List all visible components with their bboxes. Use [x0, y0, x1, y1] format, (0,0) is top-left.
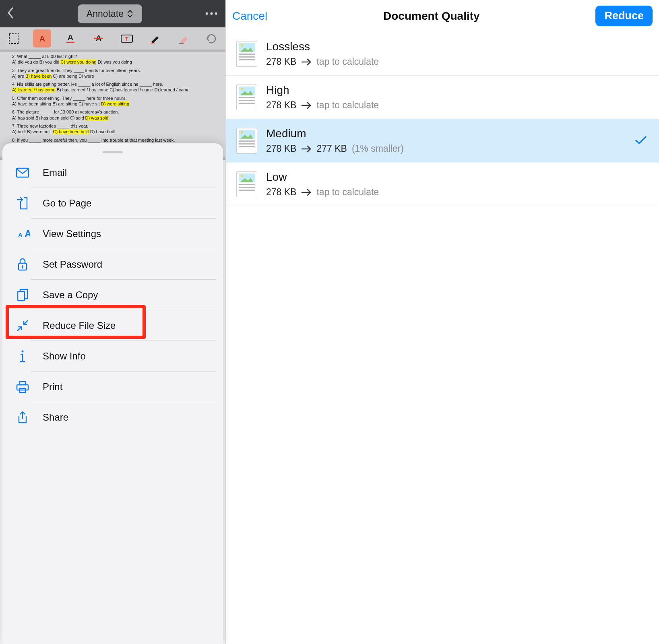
svg-rect-15	[18, 291, 25, 301]
quality-option-lossless[interactable]: Lossless278 KBtap to calculate	[226, 32, 659, 76]
document-page: 2. What _____ at 8.00 last night? A) did…	[0, 52, 225, 157]
doc-text: A) learned / has come B) has learned / h…	[12, 87, 213, 93]
menu-print[interactable]: Print	[2, 372, 223, 402]
undo-button[interactable]	[202, 29, 221, 47]
strikethrough-tool[interactable]: A	[89, 29, 107, 47]
quality-title: Document Quality	[383, 10, 480, 23]
svg-rect-21	[20, 382, 25, 385]
action-menu: Email Go to Page AA View Settings	[2, 157, 223, 433]
doc-text: 7. Three new factories _____ this year.	[12, 123, 213, 129]
quality-name: Medium	[266, 127, 404, 140]
original-size: 278 KB	[266, 143, 296, 154]
original-size: 278 KB	[266, 100, 296, 111]
arrow-right-icon	[301, 145, 312, 153]
quality-list: Lossless278 KBtap to calculateHigh278 KB…	[226, 32, 659, 206]
svg-rect-0	[9, 34, 19, 43]
quality-text: Lossless278 KBtap to calculate	[266, 40, 379, 67]
back-button[interactable]	[6, 7, 14, 21]
arrow-right-icon	[301, 58, 312, 66]
quality-text: Medium278 KB277 KB(1% smaller)	[266, 127, 404, 154]
doc-text: 6. The picture _____ for £3.000 at yeste…	[12, 109, 213, 115]
tap-to-calculate: tap to calculate	[316, 100, 379, 111]
doc-text: A) built B) were built C) have been buil…	[12, 129, 213, 134]
menu-view-settings[interactable]: AA View Settings	[2, 219, 223, 249]
doc-text: A) have been sitting B) are sitting C) h…	[12, 101, 213, 107]
reduce-button[interactable]: Reduce	[595, 6, 653, 26]
menu-set-password[interactable]: Set Password	[2, 249, 223, 280]
cancel-button[interactable]: Cancel	[232, 10, 267, 23]
svg-rect-8	[151, 43, 155, 43]
copy-icon	[14, 288, 31, 302]
more-button[interactable]: •••	[205, 8, 219, 19]
eraser-tool[interactable]	[174, 29, 192, 47]
doc-text: A) are B) have been C) are being D) were	[12, 73, 213, 79]
menu-email[interactable]: Email	[2, 157, 223, 188]
document-thumb-icon	[236, 85, 257, 110]
quality-size-row: 278 KB277 KB(1% smaller)	[266, 143, 404, 154]
menu-label: Share	[43, 412, 68, 423]
menu-label: Email	[43, 167, 67, 178]
goto-page-icon	[14, 196, 31, 210]
action-sheet: Email Go to Page AA View Settings	[2, 143, 223, 644]
lock-icon	[14, 258, 31, 271]
right-panel: Cancel Document Quality Reduce Lossless2…	[225, 0, 659, 644]
quality-text: High278 KBtap to calculate	[266, 84, 379, 111]
menu-show-info[interactable]: Show Info	[2, 341, 223, 372]
quality-option-high[interactable]: High278 KBtap to calculate	[226, 76, 659, 119]
quality-name: High	[266, 84, 379, 97]
original-size: 278 KB	[266, 56, 296, 67]
doc-text: 5. Offer them something. They _____ here…	[12, 95, 213, 101]
sheet-grabber[interactable]	[103, 151, 123, 153]
print-icon	[14, 380, 31, 393]
svg-point-16	[22, 351, 24, 353]
menu-goto-page[interactable]: Go to Page	[2, 188, 223, 219]
quality-size-row: 278 KBtap to calculate	[266, 100, 379, 111]
underline-tool[interactable]: A	[61, 29, 79, 47]
left-panel: Annotate ••• A A A T	[0, 0, 225, 644]
quality-name: Low	[266, 171, 379, 184]
highlight-annotation	[6, 305, 146, 339]
quality-size-row: 278 KBtap to calculate	[266, 56, 379, 67]
doc-text: 3. They are great friends. They ____ fri…	[12, 68, 213, 73]
quality-text: Low278 KBtap to calculate	[266, 171, 379, 198]
doc-text: 4. His skills are getting better. He ___…	[12, 81, 213, 87]
mode-label: Annotate	[87, 8, 124, 19]
menu-label: View Settings	[43, 228, 101, 239]
document-thumb-icon	[236, 171, 257, 197]
svg-text:A: A	[39, 34, 45, 43]
reduced-size: 277 KB	[316, 143, 347, 154]
svg-text:A: A	[18, 231, 23, 238]
doc-text: 8. If you _____ more careful then, you _…	[12, 137, 213, 143]
document-thumb-icon	[236, 41, 257, 67]
doc-text: 2. What _____ at 8.00 last night?	[12, 54, 213, 59]
quality-name: Lossless	[266, 40, 379, 53]
mode-selector[interactable]: Annotate	[78, 4, 142, 23]
chevron-updown-icon	[127, 9, 133, 18]
svg-text:T: T	[125, 36, 128, 42]
textbox-tool[interactable]: T	[118, 29, 136, 47]
doc-text: A) did you do B) you did C) were you doi…	[12, 59, 213, 65]
tap-to-calculate: tap to calculate	[316, 56, 379, 67]
reduction-percent: (1% smaller)	[352, 143, 404, 154]
quality-option-medium[interactable]: Medium278 KB277 KB(1% smaller)	[226, 119, 659, 163]
arrow-right-icon	[301, 101, 312, 109]
menu-label: Go to Page	[43, 198, 91, 209]
quality-option-low[interactable]: Low278 KBtap to calculate	[226, 163, 659, 206]
document-thumb-icon	[236, 128, 257, 154]
share-icon	[14, 411, 31, 424]
quality-size-row: 278 KBtap to calculate	[266, 187, 379, 198]
annotate-topbar: Annotate •••	[0, 0, 225, 27]
view-settings-icon: AA	[14, 228, 31, 239]
select-tool[interactable]	[5, 29, 23, 47]
highlight-text-tool[interactable]: A	[33, 29, 51, 47]
quality-header: Cancel Document Quality Reduce	[226, 0, 659, 32]
info-icon	[14, 349, 31, 363]
svg-text:A: A	[68, 33, 73, 42]
annotate-toolbar: A A A T	[0, 27, 225, 50]
svg-text:A: A	[25, 228, 30, 239]
marker-tool[interactable]	[146, 29, 164, 47]
original-size: 278 KB	[266, 187, 296, 198]
email-icon	[14, 167, 31, 178]
menu-share[interactable]: Share	[2, 402, 223, 433]
arrow-right-icon	[301, 188, 312, 196]
